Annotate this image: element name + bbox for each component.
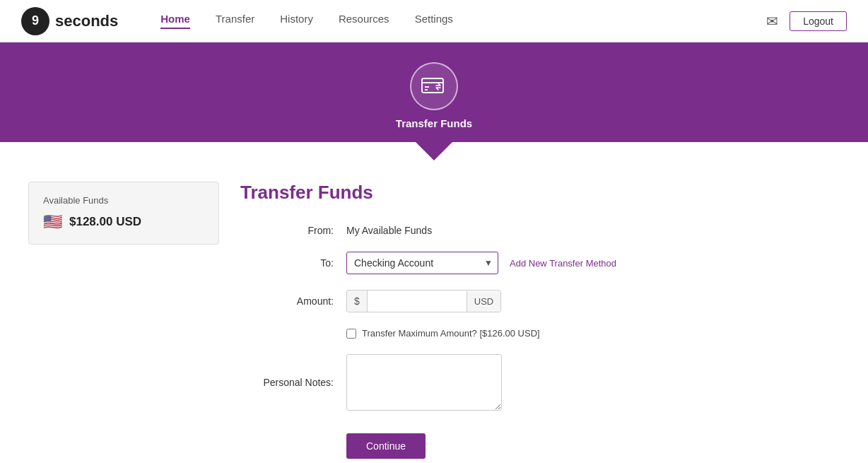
amount-input[interactable] (368, 291, 467, 312)
amount-row: Amount: $ USD (240, 290, 840, 312)
available-funds-value: $128.00 USD (69, 215, 141, 229)
transfer-max-label: Transfer Maximum Amount? [$126.00 USD] (362, 328, 540, 339)
hero-title: Transfer Funds (396, 117, 472, 129)
checkbox-row: Transfer Maximum Amount? [$126.00 USD] (346, 328, 840, 339)
form-area: Transfer Funds From: My Available Funds … (240, 182, 840, 459)
amount-label: Amount: (240, 295, 346, 307)
sidebar: Available Funds 🇺🇸 $128.00 USD (28, 182, 219, 459)
from-label: From: (240, 225, 346, 236)
hero-triangle (416, 142, 452, 160)
from-row: From: My Available Funds (240, 225, 840, 236)
amount-prefix: $ (347, 291, 368, 312)
personal-notes-row: Personal Notes: (240, 354, 840, 411)
logo-text: seconds (55, 12, 118, 30)
to-row: To: Checking Account Savings Account ▼ A… (240, 252, 840, 274)
nav-history[interactable]: History (280, 13, 313, 29)
hero-icon-circle (410, 62, 458, 110)
amount-input-group: $ USD (346, 290, 501, 312)
available-funds-amount: 🇺🇸 $128.00 USD (43, 213, 204, 231)
logout-button[interactable]: Logout (790, 11, 847, 31)
logo-area: 9 seconds (21, 7, 118, 35)
main-content: Available Funds 🇺🇸 $128.00 USD Transfer … (0, 160, 868, 463)
header: 9 seconds Home Transfer History Resource… (0, 0, 868, 42)
transfer-max-checkbox[interactable] (346, 329, 356, 339)
header-right: ✉ Logout (766, 11, 847, 31)
available-funds-label: Available Funds (43, 195, 204, 206)
available-funds-card: Available Funds 🇺🇸 $128.00 USD (28, 182, 219, 245)
personal-notes-textarea[interactable] (346, 354, 502, 411)
to-select-wrapper: Checking Account Savings Account ▼ (346, 252, 498, 274)
nav-home[interactable]: Home (160, 13, 190, 29)
hero-banner: Transfer Funds (0, 42, 868, 142)
add-transfer-method-link[interactable]: Add New Transfer Method (510, 258, 616, 269)
nav-settings[interactable]: Settings (415, 13, 453, 29)
logo-icon: 9 (21, 7, 49, 35)
transfer-funds-icon (421, 73, 447, 100)
personal-notes-label: Personal Notes: (240, 377, 346, 388)
nav-resources[interactable]: Resources (339, 13, 389, 29)
to-select[interactable]: Checking Account Savings Account (346, 252, 498, 274)
us-flag-icon: 🇺🇸 (43, 213, 62, 231)
continue-button[interactable]: Continue (346, 433, 426, 459)
nav-transfer[interactable]: Transfer (216, 13, 254, 29)
amount-suffix: USD (467, 291, 500, 312)
form-title: Transfer Funds (240, 182, 840, 204)
main-nav: Home Transfer History Resources Settings (160, 13, 766, 29)
mail-icon[interactable]: ✉ (766, 13, 778, 30)
to-label: To: (240, 257, 346, 269)
continue-row: Continue (240, 426, 840, 459)
from-value: My Available Funds (346, 225, 432, 236)
